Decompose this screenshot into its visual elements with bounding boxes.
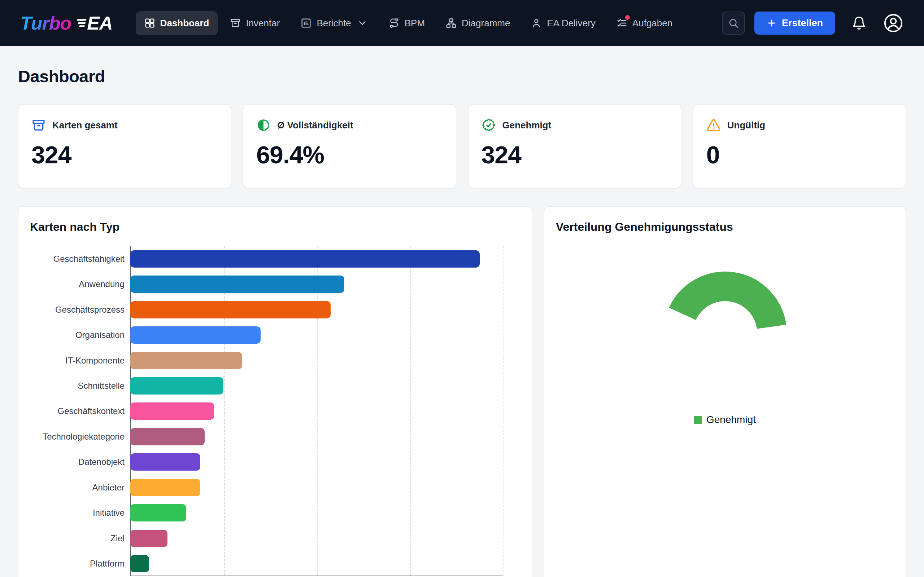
search-icon bbox=[728, 18, 739, 29]
stat-card-vollstaendigkeit: Ø Vollständigkeit 69.4% bbox=[243, 104, 456, 188]
bar-category-label: Schnittstelle bbox=[30, 381, 130, 391]
bar-segment[interactable] bbox=[130, 377, 223, 395]
bar-rows: GeschäftsfähigkeitAnwendungGeschäftsproz… bbox=[30, 246, 520, 576]
bar-segment[interactable] bbox=[130, 403, 214, 420]
bar-category-label: Datenobjekt bbox=[30, 457, 130, 467]
bar-segment[interactable] bbox=[130, 530, 168, 547]
nav-item-label: Berichte bbox=[317, 18, 351, 29]
bar-segment[interactable] bbox=[130, 250, 480, 268]
legend-swatch bbox=[694, 416, 702, 424]
bar-row: Geschäftsprozess bbox=[30, 297, 520, 322]
stat-value: 0 bbox=[706, 142, 893, 168]
bar-category-label: Plattform bbox=[30, 559, 130, 569]
stat-card-ungueltig: Ungültig 0 bbox=[693, 104, 906, 188]
brand-name-ea: EA bbox=[87, 12, 112, 34]
network-diagram-icon bbox=[446, 18, 457, 29]
bar-category-label: Ziel bbox=[30, 533, 130, 543]
bar-row: Anwendung bbox=[30, 272, 520, 297]
bar-category-label: Geschäftsfähigkeit bbox=[30, 254, 130, 264]
notification-dot bbox=[625, 15, 630, 20]
dashboard-grid-icon bbox=[144, 18, 155, 29]
archive-icon bbox=[31, 118, 46, 132]
nav-item-label: Inventar bbox=[246, 18, 280, 29]
bar-row: IT-Komponente bbox=[30, 348, 520, 373]
doughnut-chart: Genehmigt bbox=[556, 234, 894, 425]
bar-row: Initiative bbox=[30, 500, 520, 525]
create-button-label: Erstellen bbox=[782, 18, 823, 29]
user-avatar-icon bbox=[883, 13, 904, 34]
bar-track bbox=[130, 453, 503, 471]
page-title: Dashboard bbox=[18, 66, 906, 86]
charts-row: Karten nach Typ GeschäftsfähigkeitAnwend… bbox=[18, 206, 906, 577]
stat-card-genehmigt: Genehmigt 324 bbox=[468, 104, 681, 188]
bar-category-label: Geschäftskontext bbox=[30, 406, 130, 416]
bar-track bbox=[130, 326, 503, 344]
bar-category-label: Anwendung bbox=[30, 279, 130, 289]
main-navigation: Dashboard Inventar Berichte bbox=[136, 11, 682, 35]
stat-label: Ø Vollständigkeit bbox=[277, 120, 353, 131]
bar-category-label: Anbieter bbox=[30, 482, 130, 493]
bar-segment[interactable] bbox=[130, 555, 149, 572]
bar-segment[interactable] bbox=[130, 326, 261, 344]
nav-item-aufgaben[interactable]: Aufgaben bbox=[608, 11, 681, 35]
stat-value: 324 bbox=[481, 142, 668, 168]
half-circle-icon bbox=[256, 118, 271, 132]
nav-item-dashboard[interactable]: Dashboard bbox=[136, 11, 218, 35]
bar-track bbox=[130, 352, 503, 369]
bar-category-label: Geschäftsprozess bbox=[30, 305, 130, 315]
notifications-button[interactable] bbox=[852, 16, 866, 30]
stat-label: Genehmigt bbox=[502, 120, 551, 131]
donut-arc[interactable] bbox=[682, 287, 771, 327]
bell-icon bbox=[852, 16, 866, 30]
bar-category-label: IT-Komponente bbox=[30, 356, 130, 366]
nav-item-ea-delivery[interactable]: EA Delivery bbox=[522, 11, 604, 35]
nav-item-label: EA Delivery bbox=[547, 18, 595, 29]
nav-item-label: Aufgaben bbox=[632, 18, 672, 29]
speed-lines-icon bbox=[74, 18, 88, 29]
bar-segment[interactable] bbox=[130, 479, 200, 496]
nav-item-label: BPM bbox=[405, 18, 425, 29]
brand-logo[interactable]: Turbo EA bbox=[20, 12, 113, 34]
bar-row: Ziel bbox=[30, 526, 520, 551]
nav-item-diagramme[interactable]: Diagramme bbox=[437, 11, 519, 35]
route-icon bbox=[389, 18, 399, 29]
panel-karten-nach-typ: Karten nach Typ GeschäftsfähigkeitAnwend… bbox=[18, 206, 532, 577]
bar-track bbox=[130, 555, 503, 572]
bar-track bbox=[130, 403, 503, 420]
bar-category-label: Initiative bbox=[30, 508, 130, 518]
nav-item-label: Dashboard bbox=[160, 18, 209, 29]
warning-triangle-icon bbox=[706, 118, 721, 132]
bar-track bbox=[130, 479, 503, 496]
horizontal-bar-chart: GeschäftsfähigkeitAnwendungGeschäftsproz… bbox=[30, 246, 520, 576]
stat-label: Ungültig bbox=[727, 120, 765, 131]
bar-segment[interactable] bbox=[130, 301, 331, 318]
search-button[interactable] bbox=[722, 11, 745, 35]
bar-chart-icon bbox=[300, 18, 312, 29]
stat-cards-row: Karten gesamt 324 Ø Vollständigkeit 69.4… bbox=[18, 104, 906, 188]
bar-track bbox=[130, 530, 503, 547]
person-icon bbox=[531, 18, 542, 29]
legend-label: Genehmigt bbox=[706, 414, 756, 425]
bar-segment[interactable] bbox=[130, 453, 200, 471]
plus-icon bbox=[767, 18, 777, 28]
nav-item-inventar[interactable]: Inventar bbox=[221, 11, 288, 35]
list-checks-icon bbox=[617, 18, 627, 29]
stat-label: Karten gesamt bbox=[52, 120, 118, 131]
bar-segment[interactable] bbox=[130, 352, 242, 369]
stat-card-karten-gesamt: Karten gesamt 324 bbox=[18, 104, 231, 188]
bar-track bbox=[130, 377, 503, 395]
main-content: Dashboard Karten gesamt 324 bbox=[0, 66, 924, 577]
nav-item-label: Diagramme bbox=[462, 18, 510, 29]
badge-check-icon bbox=[481, 118, 496, 132]
nav-item-bpm[interactable]: BPM bbox=[380, 11, 433, 35]
nav-item-berichte[interactable]: Berichte bbox=[292, 11, 376, 35]
stat-value: 69.4% bbox=[256, 142, 443, 168]
bar-segment[interactable] bbox=[130, 504, 186, 521]
bar-segment[interactable] bbox=[130, 276, 344, 293]
bar-row: Schnittstelle bbox=[30, 373, 520, 398]
bar-row: Plattform bbox=[30, 551, 520, 576]
bar-segment[interactable] bbox=[130, 428, 205, 445]
create-button[interactable]: Erstellen bbox=[754, 11, 835, 35]
legend-item-genehmigt[interactable]: Genehmigt bbox=[694, 414, 756, 425]
user-menu-button[interactable] bbox=[883, 13, 904, 34]
